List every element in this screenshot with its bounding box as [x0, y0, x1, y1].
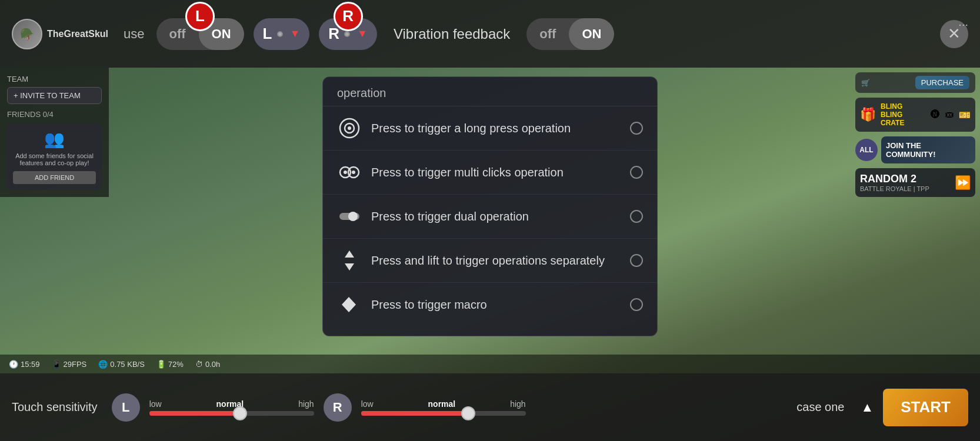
- r-slider-container: low normal high: [361, 399, 526, 416]
- start-button[interactable]: START: [883, 389, 968, 426]
- community-row: ALL JOIN THE COMMUNITY!: [855, 136, 975, 163]
- menu-text-long-press: Press to trigger a long press operation: [371, 122, 621, 135]
- l-trigger-button[interactable]: L ▼: [254, 18, 310, 50]
- use-label-left: use: [124, 26, 144, 42]
- timer-icon: ⏱: [195, 360, 203, 369]
- r-high-label: high: [510, 399, 525, 409]
- r-slider-labels: low normal high: [361, 399, 526, 409]
- radio-macro[interactable]: [630, 298, 643, 311]
- stats-bar: 🕐 15:59 📱 29FPS 🌐 0.75 KB/S 🔋 72% ⏱ 0.0h: [0, 355, 980, 373]
- menu-item-macro[interactable]: Press to trigger macro: [323, 283, 657, 326]
- radio-multi-clicks[interactable]: [630, 166, 643, 179]
- dropdown-menu: operation Press to trigger a long press …: [322, 76, 658, 336]
- multi-clicks-icon: [337, 160, 362, 185]
- l-slider-fill: [149, 411, 240, 416]
- r-dot: [344, 31, 350, 37]
- add-friend-button[interactable]: ADD FRIEND: [13, 171, 96, 184]
- l-dot: [277, 31, 283, 37]
- gift-badge: 🎟: [945, 109, 954, 120]
- purchase-button[interactable]: PURCHASE: [915, 76, 969, 89]
- random-section: RANDOM 2 BATTLE ROYALE | TPP ⏩: [855, 168, 975, 197]
- long-press-icon: [337, 116, 362, 141]
- start-label: START: [901, 398, 951, 416]
- friends-icon: 👥: [13, 129, 96, 149]
- network-icon: 🌐: [98, 360, 108, 369]
- crate-card[interactable]: 🎁 BLING BLING CRATE 🅝 🎟 🎫: [855, 98, 975, 132]
- l-low-label: low: [149, 399, 162, 409]
- menu-text-macro: Press to trigger macro: [371, 298, 621, 312]
- friends-card: 👥 Add some friends for social features a…: [7, 123, 102, 190]
- radio-long-press[interactable]: [630, 122, 643, 135]
- l-toggle-container: L off ON: [156, 18, 244, 50]
- community-text: JOIN THE COMMUNITY!: [886, 141, 971, 159]
- random-title: RANDOM 2: [860, 173, 929, 185]
- l-slider-labels: low normal high: [149, 399, 314, 409]
- top-toolbar: 🪖 TheGreatSkul use L off ON L ▼ R R ▼ Vi…: [0, 0, 980, 68]
- svg-marker-12: [342, 305, 356, 312]
- menu-item-multi-clicks[interactable]: Press to trigger multi clicks operation: [323, 151, 657, 195]
- svg-point-4: [344, 171, 347, 174]
- l-slider-track[interactable]: [149, 411, 314, 416]
- dual-icon: [337, 204, 362, 229]
- right-sidebar: 🛒 PURCHASE 🎁 BLING BLING CRATE 🅝 🎟 🎫 ALL…: [851, 68, 980, 202]
- menu-text-dual: Press to trigger dual operation: [371, 210, 621, 223]
- left-sidebar: TEAM + INVITE TO TEAM FRIENDS 0/4 👥 Add …: [0, 68, 109, 197]
- l-high-label: high: [298, 399, 314, 409]
- random-arrow-icon[interactable]: ⏩: [955, 175, 971, 191]
- svg-marker-10: [345, 263, 354, 270]
- menu-item-long-press[interactable]: Press to trigger a long press operation: [323, 106, 657, 151]
- vibration-label: Vibration feedback: [394, 26, 510, 42]
- r-low-label: low: [361, 399, 374, 409]
- invite-to-team-button[interactable]: + INVITE TO TEAM: [7, 87, 102, 104]
- avatar-section: 🪖 TheGreatSkul: [12, 19, 108, 49]
- l-letter: L: [263, 25, 272, 43]
- friends-label: FRIENDS 0/4: [7, 110, 102, 119]
- vib-off-button[interactable]: off: [526, 18, 569, 50]
- macro-icon: [337, 292, 362, 317]
- radio-dual[interactable]: [630, 210, 643, 223]
- r-badge: R: [334, 2, 363, 31]
- menu-item-dual[interactable]: Press to trigger dual operation: [323, 195, 657, 239]
- r-slider-track[interactable]: [361, 411, 526, 416]
- l-slider-thumb[interactable]: [233, 406, 247, 420]
- svg-marker-9: [345, 250, 354, 258]
- l-dropdown-arrow[interactable]: ▼: [290, 28, 301, 40]
- r-normal-label: normal: [428, 399, 456, 409]
- menu-text-press-lift: Press and lift to trigger operations sep…: [371, 254, 621, 268]
- fps-icon: 📱: [52, 360, 61, 369]
- r-trigger-container: R R ▼: [319, 18, 377, 50]
- vib-on-button[interactable]: ON: [569, 18, 614, 50]
- purchase-area: 🛒 PURCHASE: [855, 72, 975, 93]
- crate-icon: 🎁: [860, 107, 876, 122]
- l-badge: L: [185, 2, 215, 31]
- radio-press-lift[interactable]: [630, 254, 643, 267]
- purchase-icon: 🛒: [861, 79, 912, 87]
- up-arrow-icon[interactable]: ▲: [861, 400, 874, 415]
- touch-sensitivity-label: Touch sensitivity: [12, 400, 98, 414]
- r-dropdown-arrow[interactable]: ▼: [357, 28, 368, 40]
- r-letter: R: [328, 25, 339, 43]
- all-button[interactable]: ALL: [855, 139, 878, 161]
- l-slider-container: low normal high: [149, 399, 314, 416]
- friends-description: Add some friends for social features and…: [13, 152, 96, 166]
- r-sensitivity-button[interactable]: R: [324, 393, 352, 422]
- stat-battery: 🔋 72%: [156, 360, 184, 369]
- menu-item-press-lift[interactable]: Press and lift to trigger operations sep…: [323, 239, 657, 283]
- press-lift-icon: [337, 248, 362, 273]
- svg-point-6: [352, 171, 355, 174]
- vibration-toggle-group[interactable]: off ON: [526, 18, 614, 50]
- bottom-toolbar: Touch sensitivity L low normal high R lo…: [0, 373, 980, 441]
- stat-time: 🕐 15:59: [9, 360, 40, 369]
- stat-duration: ⏱ 0.0h: [195, 360, 220, 369]
- three-dots-menu[interactable]: ···: [958, 18, 968, 31]
- clock-icon: 🕐: [9, 360, 18, 369]
- stat-fps: 📱 29FPS: [52, 360, 87, 369]
- team-label: TEAM: [7, 75, 102, 83]
- r-slider-fill: [361, 411, 468, 416]
- community-card[interactable]: JOIN THE COMMUNITY!: [881, 136, 975, 163]
- l-sensitivity-button[interactable]: L: [112, 393, 140, 422]
- case-label: case one: [796, 400, 844, 414]
- r-slider-thumb[interactable]: [461, 406, 475, 420]
- avatar: 🪖: [12, 19, 42, 49]
- random-subtitle: BATTLE ROYALE | TPP: [860, 185, 929, 192]
